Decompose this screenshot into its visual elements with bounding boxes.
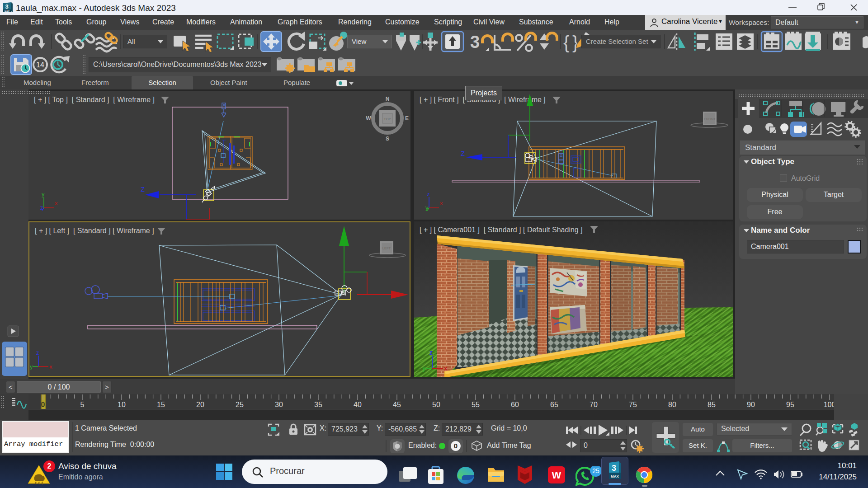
svg-text:40: 40 xyxy=(354,401,362,408)
svg-text:x: x xyxy=(49,363,52,370)
svg-text:TOP: TOP xyxy=(384,117,391,121)
svg-text:W: W xyxy=(366,115,371,122)
svg-text:LEFT: LEFT xyxy=(382,246,391,250)
svg-text:x: x xyxy=(55,200,58,206)
svg-text:E: E xyxy=(405,115,409,122)
svg-text:14: 14 xyxy=(36,61,44,69)
svg-text:10: 10 xyxy=(118,401,126,408)
svg-text:0: 0 xyxy=(41,401,45,408)
svg-text:80: 80 xyxy=(668,401,676,408)
svg-text:3: 3 xyxy=(470,33,480,52)
svg-text:x: x xyxy=(440,200,443,206)
svg-text:60: 60 xyxy=(511,401,519,408)
svg-text:Z: Z xyxy=(141,185,145,193)
svg-text:Z: Z xyxy=(461,150,465,157)
svg-text:70: 70 xyxy=(590,401,598,408)
svg-text:y: y xyxy=(425,204,429,211)
svg-text:z: z xyxy=(40,204,43,211)
svg-text:y: y xyxy=(30,363,33,370)
svg-text:30: 30 xyxy=(275,401,283,408)
svg-text:{: { xyxy=(563,33,569,52)
svg-text:50: 50 xyxy=(432,401,440,408)
svg-text:}: } xyxy=(572,33,578,52)
svg-text:95: 95 xyxy=(786,401,794,408)
svg-text:MAX: MAX xyxy=(611,474,619,479)
svg-text:y: y xyxy=(42,191,45,197)
svg-text:65: 65 xyxy=(550,401,558,408)
svg-text:25: 25 xyxy=(236,401,244,408)
svg-text:2: 2 xyxy=(47,462,52,470)
svg-text:5: 5 xyxy=(80,401,85,408)
svg-text:N: N xyxy=(386,96,390,102)
svg-text:45: 45 xyxy=(393,401,401,408)
svg-text:z: z xyxy=(429,349,433,356)
svg-text:15: 15 xyxy=(157,401,165,408)
svg-text:FRONT: FRONT xyxy=(704,117,716,121)
svg-text:3: 3 xyxy=(612,464,616,473)
svg-text:y: y xyxy=(422,365,426,372)
svg-text:85: 85 xyxy=(708,401,716,408)
svg-text:3: 3 xyxy=(5,3,8,10)
svg-text:75: 75 xyxy=(629,401,637,408)
svg-text:z: z xyxy=(36,349,39,356)
svg-text:x: x xyxy=(444,365,448,372)
svg-text:S: S xyxy=(386,136,389,142)
svg-text:90: 90 xyxy=(747,401,755,408)
svg-text:z: z xyxy=(427,191,430,197)
svg-text:25: 25 xyxy=(592,467,599,474)
svg-text:20: 20 xyxy=(196,401,204,408)
svg-text:MAX: MAX xyxy=(5,10,10,13)
svg-text:55: 55 xyxy=(472,401,480,408)
svg-text:W: W xyxy=(552,469,561,481)
svg-text:35: 35 xyxy=(314,401,322,408)
